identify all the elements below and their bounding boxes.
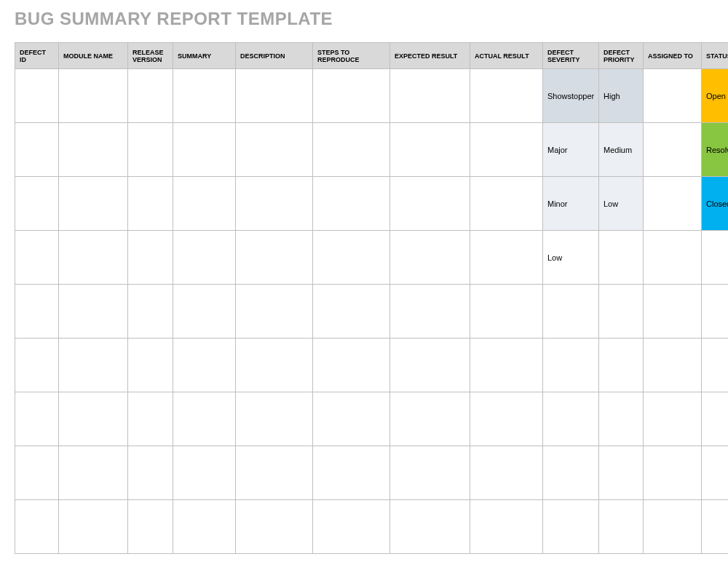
- cell-release-version[interactable]: [128, 446, 173, 500]
- cell-assigned[interactable]: [644, 446, 702, 500]
- cell-priority[interactable]: Low: [599, 177, 644, 231]
- cell-status[interactable]: [702, 446, 729, 500]
- cell-assigned[interactable]: [644, 500, 702, 554]
- cell-expected[interactable]: [390, 446, 470, 500]
- cell-defect-id[interactable]: [15, 285, 59, 339]
- cell-steps[interactable]: [313, 392, 390, 446]
- cell-actual[interactable]: [470, 123, 543, 177]
- cell-description[interactable]: [236, 69, 313, 123]
- cell-steps[interactable]: [313, 339, 390, 392]
- cell-priority[interactable]: [599, 231, 644, 285]
- cell-actual[interactable]: [470, 500, 543, 554]
- cell-release-version[interactable]: [128, 339, 173, 392]
- cell-summary[interactable]: [173, 177, 236, 231]
- cell-summary[interactable]: [173, 500, 236, 554]
- cell-expected[interactable]: [390, 339, 470, 392]
- cell-severity[interactable]: Major: [543, 123, 599, 177]
- cell-actual[interactable]: [470, 446, 543, 500]
- cell-defect-id[interactable]: [15, 231, 59, 285]
- cell-priority[interactable]: [599, 500, 644, 554]
- cell-summary[interactable]: [173, 446, 236, 500]
- cell-severity[interactable]: [543, 285, 599, 339]
- cell-assigned[interactable]: [644, 231, 702, 285]
- cell-steps[interactable]: [313, 446, 390, 500]
- cell-defect-id[interactable]: [15, 500, 59, 554]
- cell-module-name[interactable]: [59, 392, 128, 446]
- cell-defect-id[interactable]: [15, 69, 59, 123]
- cell-summary[interactable]: [173, 285, 236, 339]
- cell-module-name[interactable]: [59, 500, 128, 554]
- cell-description[interactable]: [236, 339, 313, 392]
- cell-release-version[interactable]: [128, 500, 173, 554]
- cell-actual[interactable]: [470, 177, 543, 231]
- cell-priority[interactable]: [599, 446, 644, 500]
- cell-expected[interactable]: [390, 123, 470, 177]
- cell-priority[interactable]: High: [599, 69, 644, 123]
- cell-steps[interactable]: [313, 123, 390, 177]
- cell-description[interactable]: [236, 177, 313, 231]
- cell-severity[interactable]: Low: [543, 231, 599, 285]
- cell-release-version[interactable]: [128, 285, 173, 339]
- cell-assigned[interactable]: [644, 285, 702, 339]
- cell-actual[interactable]: [470, 285, 543, 339]
- cell-description[interactable]: [236, 285, 313, 339]
- cell-steps[interactable]: [313, 231, 390, 285]
- cell-status[interactable]: Closed: [702, 177, 729, 231]
- cell-actual[interactable]: [470, 69, 543, 123]
- cell-status[interactable]: Resolved: [702, 123, 729, 177]
- cell-assigned[interactable]: [644, 339, 702, 392]
- cell-release-version[interactable]: [128, 123, 173, 177]
- cell-status[interactable]: [702, 231, 729, 285]
- cell-description[interactable]: [236, 446, 313, 500]
- cell-release-version[interactable]: [128, 392, 173, 446]
- cell-description[interactable]: [236, 392, 313, 446]
- cell-module-name[interactable]: [59, 231, 128, 285]
- cell-severity[interactable]: [543, 446, 599, 500]
- cell-severity[interactable]: [543, 339, 599, 392]
- cell-expected[interactable]: [390, 69, 470, 123]
- cell-defect-id[interactable]: [15, 123, 59, 177]
- cell-steps[interactable]: [313, 500, 390, 554]
- cell-severity[interactable]: Minor: [543, 177, 599, 231]
- cell-module-name[interactable]: [59, 339, 128, 392]
- cell-description[interactable]: [236, 123, 313, 177]
- cell-status[interactable]: Open: [702, 69, 729, 123]
- cell-assigned[interactable]: [644, 177, 702, 231]
- cell-defect-id[interactable]: [15, 446, 59, 500]
- cell-summary[interactable]: [173, 69, 236, 123]
- cell-assigned[interactable]: [644, 69, 702, 123]
- cell-release-version[interactable]: [128, 69, 173, 123]
- cell-actual[interactable]: [470, 231, 543, 285]
- cell-summary[interactable]: [173, 392, 236, 446]
- cell-expected[interactable]: [390, 231, 470, 285]
- cell-defect-id[interactable]: [15, 177, 59, 231]
- cell-assigned[interactable]: [644, 392, 702, 446]
- cell-priority[interactable]: [599, 392, 644, 446]
- cell-status[interactable]: [702, 392, 729, 446]
- cell-defect-id[interactable]: [15, 392, 59, 446]
- cell-summary[interactable]: [173, 123, 236, 177]
- cell-module-name[interactable]: [59, 177, 128, 231]
- cell-expected[interactable]: [390, 177, 470, 231]
- cell-summary[interactable]: [173, 231, 236, 285]
- cell-priority[interactable]: [599, 339, 644, 392]
- cell-steps[interactable]: [313, 177, 390, 231]
- cell-description[interactable]: [236, 500, 313, 554]
- cell-steps[interactable]: [313, 69, 390, 123]
- cell-release-version[interactable]: [128, 177, 173, 231]
- cell-expected[interactable]: [390, 285, 470, 339]
- cell-steps[interactable]: [313, 285, 390, 339]
- cell-severity[interactable]: [543, 500, 599, 554]
- cell-module-name[interactable]: [59, 285, 128, 339]
- cell-status[interactable]: [702, 500, 729, 554]
- cell-summary[interactable]: [173, 339, 236, 392]
- cell-status[interactable]: [702, 339, 729, 392]
- cell-assigned[interactable]: [644, 123, 702, 177]
- cell-expected[interactable]: [390, 392, 470, 446]
- cell-severity[interactable]: [543, 392, 599, 446]
- cell-module-name[interactable]: [59, 69, 128, 123]
- cell-priority[interactable]: Medium: [599, 123, 644, 177]
- cell-release-version[interactable]: [128, 231, 173, 285]
- cell-module-name[interactable]: [59, 446, 128, 500]
- cell-module-name[interactable]: [59, 123, 128, 177]
